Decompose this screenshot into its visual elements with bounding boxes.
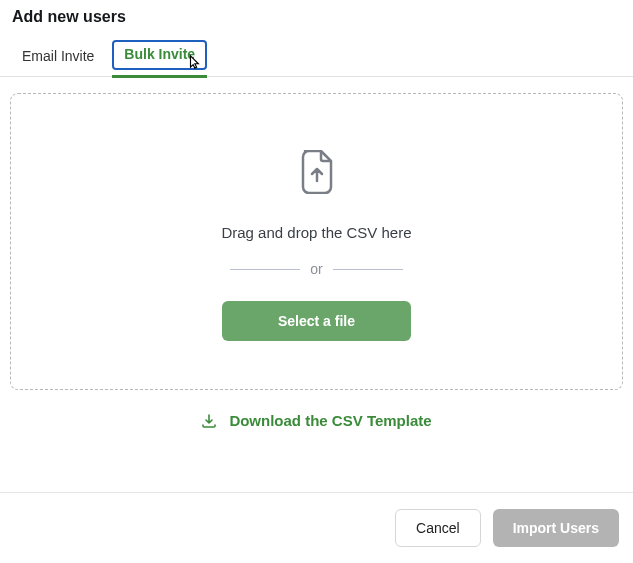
tab-email-invite-label: Email Invite	[22, 48, 94, 64]
cursor-icon	[187, 54, 201, 70]
file-upload-icon	[299, 150, 335, 194]
drop-text: Drag and drop the CSV here	[221, 224, 411, 241]
content-area: Drag and drop the CSV here or Select a f…	[0, 77, 633, 439]
tabs-bar: Email Invite Bulk Invite	[0, 26, 633, 77]
tab-bulk-invite-label: Bulk Invite	[124, 46, 195, 62]
divider-line-left	[230, 269, 300, 270]
page-title: Add new users	[12, 8, 621, 26]
tab-bulk-invite[interactable]: Bulk Invite	[112, 40, 207, 70]
cancel-label: Cancel	[416, 520, 460, 536]
select-file-button[interactable]: Select a file	[222, 301, 411, 341]
download-icon	[201, 413, 217, 429]
download-template-link[interactable]: Download the CSV Template	[10, 412, 623, 429]
tab-email-invite[interactable]: Email Invite	[12, 40, 112, 76]
dialog-header: Add new users	[0, 0, 633, 26]
or-divider: or	[230, 261, 402, 277]
download-template-label: Download the CSV Template	[229, 412, 431, 429]
dialog-footer: Cancel Import Users	[0, 492, 633, 563]
select-file-label: Select a file	[278, 313, 355, 329]
or-text: or	[310, 261, 322, 277]
file-dropzone[interactable]: Drag and drop the CSV here or Select a f…	[10, 93, 623, 390]
import-users-label: Import Users	[513, 520, 599, 536]
divider-line-right	[333, 269, 403, 270]
import-users-button[interactable]: Import Users	[493, 509, 619, 547]
cancel-button[interactable]: Cancel	[395, 509, 481, 547]
